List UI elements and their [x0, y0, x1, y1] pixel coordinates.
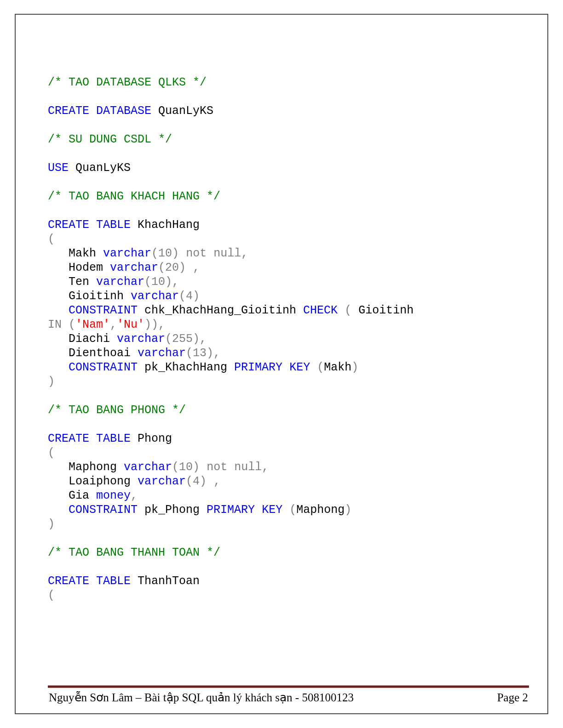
paren: (: [48, 446, 55, 460]
number: 10: [179, 461, 193, 474]
sql-code-block: /* TAO DATABASE QLKS */ CREATE DATABASE …: [48, 75, 529, 603]
number: 4: [193, 475, 200, 488]
constraint-name: pk_Phong: [138, 503, 207, 517]
type-varchar: varchar: [124, 461, 172, 474]
comment: /* TAO BANG KHACH HANG */: [48, 190, 220, 203]
keyword-create: CREATE: [48, 574, 89, 588]
paren-comma: ),: [193, 332, 207, 346]
identifier: Maphong: [296, 503, 345, 517]
keyword-constraint: CONSTRAINT: [69, 503, 138, 517]
paren: (: [186, 347, 193, 360]
paren-comma: ),: [165, 275, 179, 289]
column: Loaiphong: [48, 475, 138, 488]
identifier: Makh: [324, 361, 351, 374]
number: 10: [151, 275, 165, 289]
constraint-name: pk_KhachHang: [138, 361, 234, 374]
paren: (: [165, 332, 172, 346]
null: null,: [213, 247, 248, 260]
keyword-constraint: CONSTRAINT: [69, 361, 138, 374]
paren: ): [200, 475, 207, 488]
footer-wrap: Nguyễn Sơn Lâm – Bài tập SQL quản lý khá…: [48, 685, 529, 704]
keyword-create: CREATE: [48, 218, 89, 232]
identifier: QuanLyKS: [69, 161, 131, 175]
identifier: Gioitinh: [351, 304, 414, 317]
paren: ): [179, 261, 186, 274]
number: 10: [158, 247, 172, 260]
identifier: ThanhToan: [131, 574, 200, 588]
keyword-primary: PRIMARY: [234, 361, 282, 374]
type-varchar: varchar: [110, 261, 158, 274]
type-varchar: varchar: [117, 332, 165, 346]
keyword-use: USE: [48, 161, 69, 175]
keyword-table: TABLE: [96, 574, 131, 588]
column: Makh: [48, 247, 103, 260]
footer: Nguyễn Sơn Lâm – Bài tập SQL quản lý khá…: [48, 688, 529, 704]
keyword-create: CREATE: [48, 432, 89, 445]
column: Diachi: [48, 332, 117, 346]
comment: /* TAO DATABASE QLKS */: [48, 76, 207, 89]
string-literal: 'Nam': [75, 318, 110, 331]
paren: (: [172, 461, 179, 474]
comma: ,: [131, 489, 138, 502]
comma: ,: [193, 261, 200, 274]
column: Gia: [48, 489, 96, 502]
type-money: money: [96, 489, 131, 502]
paren: (: [48, 233, 55, 246]
column: Ten: [48, 275, 96, 289]
paren: ): [193, 461, 200, 474]
footer-left: Nguyễn Sơn Lâm – Bài tập SQL quản lý khá…: [49, 691, 354, 704]
comment: /* TAO BANG THANH TOAN */: [48, 546, 220, 559]
page-frame: /* TAO DATABASE QLKS */ CREATE DATABASE …: [15, 14, 548, 714]
paren: ): [48, 518, 55, 531]
comment: /* SU DUNG CSDL */: [48, 133, 172, 146]
footer-page-number: Page 2: [497, 691, 528, 704]
keyword-constraint: CONSTRAINT: [69, 304, 138, 317]
number: 255: [172, 332, 193, 346]
keyword-primary: PRIMARY: [207, 503, 255, 517]
column: Hodem: [48, 261, 110, 274]
keyword-check: CHECK: [303, 304, 338, 317]
paren: (: [69, 318, 75, 331]
identifier: QuanLyKS: [151, 104, 213, 118]
identifier: Phong: [131, 432, 172, 445]
not: not: [186, 247, 207, 260]
paren-comma: )),: [144, 318, 165, 331]
paren: (: [158, 261, 165, 274]
paren: ): [345, 503, 351, 517]
keyword-table: TABLE: [96, 218, 131, 232]
type-varchar: varchar: [131, 290, 179, 303]
comma: ,: [110, 318, 117, 331]
constraint-name: chk_KhachHang_Gioitinh: [138, 304, 303, 317]
page: /* TAO DATABASE QLKS */ CREATE DATABASE …: [0, 0, 563, 728]
keyword-in: IN: [48, 318, 62, 331]
null: null,: [234, 461, 269, 474]
paren: ): [172, 247, 179, 260]
paren: (: [48, 589, 55, 602]
comment: /* TAO BANG PHONG */: [48, 404, 186, 417]
column: Dienthoai: [48, 347, 138, 360]
keyword-key: KEY: [289, 361, 310, 374]
number: 4: [186, 290, 193, 303]
keyword-key: KEY: [262, 503, 282, 517]
paren: (: [345, 304, 351, 317]
type-varchar: varchar: [138, 347, 186, 360]
string-literal: 'Nu': [117, 318, 144, 331]
paren: (: [317, 361, 324, 374]
paren: (: [151, 247, 158, 260]
paren: (: [179, 290, 186, 303]
paren: (: [144, 275, 151, 289]
type-varchar: varchar: [103, 247, 151, 260]
type-varchar: varchar: [96, 275, 144, 289]
number: 20: [165, 261, 179, 274]
column: Gioitinh: [48, 290, 131, 303]
not: not: [207, 461, 227, 474]
identifier: KhachHang: [131, 218, 200, 232]
column: Maphong: [48, 461, 124, 474]
type-varchar: varchar: [138, 475, 186, 488]
paren: ): [351, 361, 358, 374]
keyword-database: DATABASE: [96, 104, 151, 118]
comma: ,: [213, 475, 220, 488]
paren: (: [186, 475, 193, 488]
paren: (: [289, 503, 296, 517]
keyword-table: TABLE: [96, 432, 131, 445]
